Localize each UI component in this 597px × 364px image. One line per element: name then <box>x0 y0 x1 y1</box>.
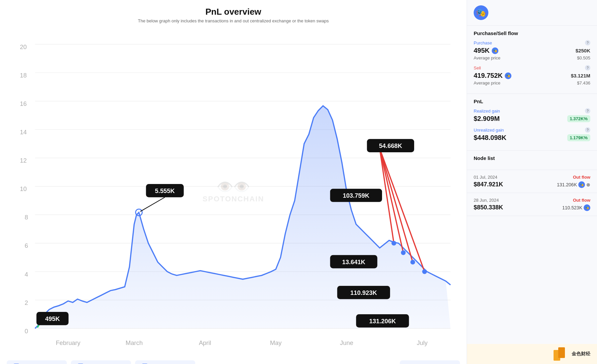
purchase-usd: $250K <box>576 48 590 53</box>
svg-rect-54 <box>558 347 565 358</box>
svg-text:495K: 495K <box>45 315 60 322</box>
page-subtitle: The below graph only includes the transa… <box>7 18 460 23</box>
realized-gain-block: Realized gain ? $2.909M 1.372K% <box>474 108 590 123</box>
svg-point-33 <box>391 241 396 245</box>
svg-point-34 <box>401 250 405 255</box>
purchase-avg-price-row: Average price $0.505 <box>474 55 590 60</box>
purchase-sell-title: Purchase/Sell flow <box>474 30 590 36</box>
node-amount-2: $850.338K <box>474 204 503 211</box>
unrealized-help-icon[interactable]: ? <box>585 127 590 133</box>
svg-text:0: 0 <box>25 328 28 335</box>
purchase-label: Purchase <box>474 40 492 45</box>
app-layout: PnL overview The below graph only includ… <box>0 0 597 364</box>
node-outflow-2: Out flow <box>573 198 590 203</box>
purchase-amount: 495K 🎭 <box>474 47 498 54</box>
realized-label: Realized gain <box>474 109 500 114</box>
purchase-label-row: Purchase ? <box>474 40 590 45</box>
sell-help-icon[interactable]: ? <box>585 65 590 70</box>
page-header: PnL overview The below graph only includ… <box>7 0 460 27</box>
sell-amount: 419.752K 🎭 <box>474 72 511 79</box>
svg-text:8: 8 <box>25 214 28 221</box>
svg-text:July: July <box>417 339 428 346</box>
chart-legend: Inflow Outflow Amount Group by: 3 days ▼ <box>7 356 460 364</box>
sell-avg-price-row: Average price $7.436 <box>474 80 590 85</box>
sell-main-row: 419.752K 🎭 $3.121M <box>474 72 590 79</box>
svg-text:13.641K: 13.641K <box>342 258 365 265</box>
sell-label-row: Sell ? <box>474 65 590 70</box>
sell-label: Sell <box>474 65 481 70</box>
purchase-main-row: 495K 🎭 $250K <box>474 47 590 54</box>
legend-amount[interactable]: Amount <box>135 360 195 364</box>
node-token-1: 131.206K 🎭 ⊗ <box>557 181 590 188</box>
node-outflow-1: Out flow <box>573 175 590 180</box>
token-icon-1: 🎭 <box>578 181 585 188</box>
svg-text:18: 18 <box>20 72 27 79</box>
page-title: PnL overview <box>7 7 460 17</box>
realized-label-row: Realized gain ? <box>474 108 590 114</box>
svg-text:5.555K: 5.555K <box>155 187 175 194</box>
node-amount-1: $847.921K <box>474 181 503 188</box>
sell-usd: $3.121M <box>571 73 590 78</box>
svg-line-42 <box>140 197 165 212</box>
pnl-section: PnL Realized gain ? $2.909M 1.372K% Unre… <box>467 94 597 151</box>
node-list-section: Node list <box>467 151 597 170</box>
sell-token-icon: 🎭 <box>505 72 511 79</box>
svg-text:103.759K: 103.759K <box>343 192 369 199</box>
svg-text:54.668K: 54.668K <box>379 142 402 149</box>
brand-logo-icon <box>554 347 570 361</box>
panel-avatar-section: 🎭 <box>467 0 597 26</box>
chart-area: PnL overview The below graph only includ… <box>0 0 467 364</box>
svg-text:April: April <box>199 339 211 346</box>
node-date-1: 01 Jul, 2024 Out flow <box>474 175 590 180</box>
svg-text:12: 12 <box>20 157 27 164</box>
svg-text:20: 20 <box>20 43 27 50</box>
node-token-2: 110.523K 🎭 <box>562 204 590 211</box>
realized-help-icon[interactable]: ? <box>585 108 590 114</box>
svg-text:June: June <box>340 339 353 346</box>
svg-text:6: 6 <box>25 242 28 249</box>
legend-inflow[interactable]: Inflow <box>7 360 67 364</box>
node-main-2: $850.338K 110.523K 🎭 <box>474 204 590 211</box>
legend-outflow[interactable]: Outflow <box>71 360 131 364</box>
bottom-watermark: 金色财经 <box>467 344 597 364</box>
brand-text: 金色财经 <box>572 351 590 357</box>
pnl-title: PnL <box>474 99 590 104</box>
svg-text:February: February <box>56 339 81 346</box>
price-chart: 0 2 4 6 8 10 12 14 16 18 20 <box>7 30 460 352</box>
svg-text:10: 10 <box>20 185 27 192</box>
svg-text:March: March <box>126 339 143 346</box>
group-by-selector[interactable]: Group by: 3 days ▼ <box>400 360 460 364</box>
sell-block: Sell ? 419.752K 🎭 $3.121M Average price … <box>474 65 590 85</box>
svg-text:110.923K: 110.923K <box>350 289 377 296</box>
unrealized-gain-block: Unrealized gain ? $448.098K 1.179K% <box>474 127 590 142</box>
unrealized-label-row: Unrealized gain ? <box>474 127 590 133</box>
purchase-block: Purchase ? 495K 🎭 $250K Average price $0… <box>474 40 590 60</box>
right-panel: 🎭 Purchase/Sell flow Purchase ? 495K 🎭 $… <box>467 0 597 364</box>
purchase-help-icon[interactable]: ? <box>585 40 590 45</box>
svg-point-36 <box>422 269 427 274</box>
unrealized-label: Unrealized gain <box>474 128 504 133</box>
svg-text:4: 4 <box>25 271 28 278</box>
svg-text:131.206K: 131.206K <box>369 318 396 325</box>
svg-text:16: 16 <box>20 100 27 107</box>
node-list-title: Node list <box>474 155 590 161</box>
node-main-1: $847.921K 131.206K 🎭 ⊗ <box>474 181 590 188</box>
node-item-1: 01 Jul, 2024 Out flow $847.921K 131.206K… <box>467 170 597 193</box>
node-date-2: 28 Jun, 2024 Out flow <box>474 198 590 203</box>
block-icon-1: ⊗ <box>586 182 590 187</box>
unrealized-main-row: $448.098K 1.179K% <box>474 134 590 142</box>
purchase-token-icon: 🎭 <box>492 47 498 54</box>
unrealized-badge: 1.179K% <box>567 134 590 141</box>
token-icon-2: 🎭 <box>584 204 590 211</box>
realized-main-row: $2.909M 1.372K% <box>474 115 590 123</box>
purchase-sell-section: Purchase/Sell flow Purchase ? 495K 🎭 $25… <box>467 26 597 94</box>
svg-text:May: May <box>270 339 282 346</box>
unrealized-amount: $448.098K <box>474 134 506 142</box>
svg-line-30 <box>380 149 403 253</box>
chart-container: 👁️👁️ SPOTONCHAIN 0 2 4 6 8 10 12 14 16 1… <box>7 30 460 352</box>
svg-text:2: 2 <box>25 299 28 306</box>
node-item-2: 28 Jun, 2024 Out flow $850.338K 110.523K… <box>467 193 597 216</box>
avatar: 🎭 <box>474 5 488 20</box>
realized-amount: $2.909M <box>474 115 500 123</box>
svg-point-35 <box>410 260 415 264</box>
